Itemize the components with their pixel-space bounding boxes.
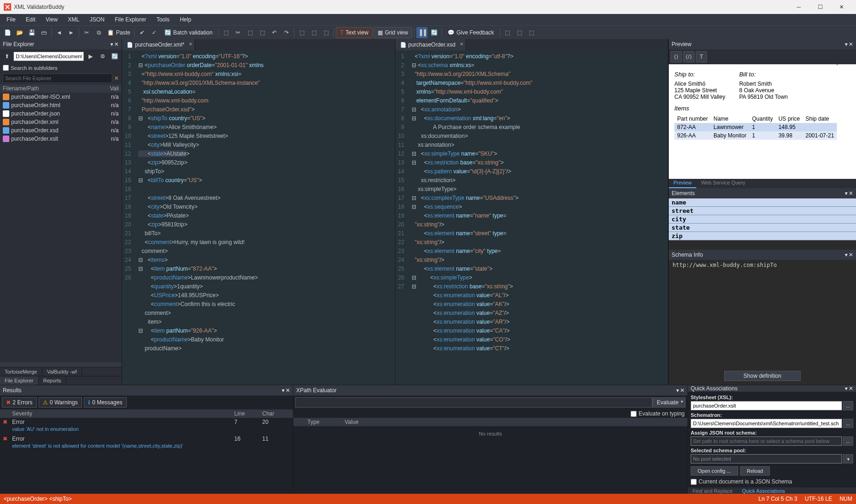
open-icon[interactable]: 📂 (14, 27, 25, 38)
up-folder-icon[interactable]: ⬆ (1, 51, 13, 62)
hscroll[interactable] (0, 362, 122, 367)
element-item[interactable]: zip (669, 232, 856, 240)
copy-icon[interactable]: ⧉ (93, 27, 104, 38)
undo-icon[interactable]: ↶ (269, 27, 280, 38)
element-item[interactable]: street (669, 207, 856, 215)
col-vali[interactable]: Vali (110, 85, 119, 92)
cut-icon[interactable]: ✂ (81, 27, 92, 38)
menu-edit[interactable]: Edit (21, 15, 40, 24)
search-subfolders-checkbox[interactable] (3, 65, 9, 71)
tab-reports[interactable]: Reports (39, 376, 67, 385)
check-icon[interactable]: ✓ (149, 27, 160, 38)
schematron-input[interactable] (691, 419, 842, 428)
xpath-input[interactable] (295, 397, 652, 408)
nav-back-icon[interactable]: ◄ (54, 27, 65, 38)
editor-xsd[interactable]: <?xml version="1.0" encoding="utf-8"?> ⊟… (409, 50, 668, 385)
json-root-input[interactable] (691, 436, 842, 446)
file-row[interactable]: purchaseOrder-ISO.xmln/a (0, 93, 122, 101)
validate-icon[interactable]: ✔ (136, 27, 148, 38)
menu-help[interactable]: Help (175, 15, 196, 24)
evaluate-button[interactable]: Evaluate (652, 397, 686, 408)
feedback-button[interactable]: 💬 Give Feedback (444, 27, 498, 38)
warnings-filter[interactable]: ⚠0 Warnings (39, 397, 82, 408)
preview-html-icon[interactable]: ⟨⟩ (671, 51, 682, 62)
close-tab-icon[interactable]: ✕ (189, 41, 192, 47)
errors-filter[interactable]: ✖2 Errors (2, 397, 37, 408)
result-row[interactable]: ✖Error720 (0, 418, 293, 426)
tool-icon-10[interactable]: ⬚ (526, 27, 537, 38)
close-button[interactable]: ✕ (831, 0, 852, 14)
menu-file[interactable]: File (2, 15, 20, 24)
tool-icon-7[interactable]: ⬚ (320, 27, 332, 38)
element-item[interactable]: state (669, 224, 856, 232)
menu-xml[interactable]: XML (63, 15, 84, 24)
search-file-explorer-input[interactable] (3, 74, 112, 83)
close-tab-icon[interactable]: ✕ (460, 41, 463, 47)
redo-icon[interactable]: ↷ (281, 27, 292, 38)
path-input[interactable] (14, 52, 84, 61)
nav-fwd-icon[interactable]: ► (66, 27, 77, 38)
pin-icon[interactable]: ▾ (845, 41, 848, 48)
tool-icon-1[interactable]: ⬚ (220, 27, 231, 38)
panel-close-icon[interactable]: ✕ (114, 41, 119, 48)
file-row[interactable]: purchaseOrder.xmln/a (0, 118, 122, 126)
menu-view[interactable]: View (41, 15, 62, 24)
menu-tools[interactable]: Tools (152, 15, 174, 24)
save-icon[interactable]: 💾 (26, 27, 37, 38)
menu-json[interactable]: JSON (85, 15, 109, 24)
file-row[interactable]: purchaseOrder.jsonn/a (0, 109, 122, 118)
tool-icon-6[interactable]: ⬚ (308, 27, 319, 38)
sch-browse[interactable]: ... (843, 419, 853, 428)
root-browse[interactable]: ... (843, 436, 853, 446)
eval-on-typing-checkbox[interactable] (631, 411, 637, 417)
maximize-button[interactable]: ☐ (809, 0, 831, 14)
show-definition-button[interactable]: Show definition (724, 371, 800, 381)
editor-xml[interactable]: <?xml version="1.0" encoding="UTF-16"?> … (136, 50, 394, 385)
pause-icon[interactable]: ▐▐ (416, 27, 428, 38)
new-icon[interactable]: 📄 (2, 27, 13, 38)
tool-icon-9[interactable]: ⬚ (514, 27, 525, 38)
panel-close-icon[interactable]: ✕ (849, 41, 853, 48)
tool-icon-8[interactable]: ⬚ (502, 27, 513, 38)
go-icon[interactable]: ▶ (85, 51, 96, 62)
webservice-tab[interactable]: Web Service Query (696, 179, 750, 188)
preview-tab[interactable]: Preview (669, 179, 696, 188)
file-row[interactable]: purchaseOrder.xsltn/a (0, 135, 122, 143)
minimize-button[interactable]: ─ (788, 0, 809, 14)
open-config-button[interactable]: Open config ... (691, 466, 738, 476)
tab-valbuddy[interactable]: ValBuddy -wf (42, 368, 82, 376)
refresh-folder-icon[interactable]: 🔄 (109, 51, 120, 62)
json-schema-checkbox[interactable] (691, 479, 697, 485)
tool-icon-3[interactable]: ⬚ (245, 27, 256, 38)
tool-icon-2[interactable]: ✂ (232, 27, 244, 38)
element-item[interactable]: city (669, 215, 856, 224)
paste-button[interactable]: 📋Paste (105, 27, 132, 38)
batch-validation-button[interactable]: 🔄 Batch validation (161, 27, 217, 38)
pin-icon[interactable]: ▾ (110, 41, 113, 48)
tool-icon-4[interactable]: ⬚ (257, 27, 268, 38)
save-all-icon[interactable]: 🗃 (38, 27, 49, 38)
col-filename[interactable]: Filename/Path (3, 85, 39, 92)
refresh-icon[interactable]: 🔄 (428, 27, 440, 38)
pool-select[interactable] (691, 454, 842, 463)
clear-search-icon[interactable]: ✕ (114, 75, 119, 82)
tab-file-explorer[interactable]: File Explorer (0, 376, 39, 385)
xsl-browse[interactable]: ... (843, 401, 853, 410)
text-view-button[interactable]: T Text view (336, 27, 373, 38)
tab-tortoise[interactable]: TortoiseMerge (0, 368, 42, 376)
menu-file-explorer[interactable]: File Explorer (110, 15, 151, 24)
filter-icon[interactable]: ⚙ (97, 51, 108, 62)
pool-dropdown[interactable]: ▾ (843, 454, 853, 463)
xsl-input[interactable] (691, 401, 842, 410)
messages-filter[interactable]: ℹ0 Messages (84, 397, 127, 408)
grid-view-button[interactable]: ▦ Grid view (374, 27, 412, 38)
preview-code-icon[interactable]: ⟨/⟩ (683, 51, 694, 62)
editor-tab-xml[interactable]: 📄 purchaseOrder.xml*✕ (122, 39, 195, 50)
preview-text-icon[interactable]: T (696, 51, 707, 62)
tool-icon-5[interactable]: ⬚ (296, 27, 307, 38)
file-row[interactable]: purchaseOrder.htmln/a (0, 101, 122, 109)
reload-button[interactable]: Reload (740, 466, 770, 476)
element-item[interactable]: name (669, 198, 856, 207)
file-row[interactable]: purchaseOrder.xsdn/a (0, 126, 122, 135)
result-row[interactable]: ✖Error1611 (0, 435, 293, 443)
